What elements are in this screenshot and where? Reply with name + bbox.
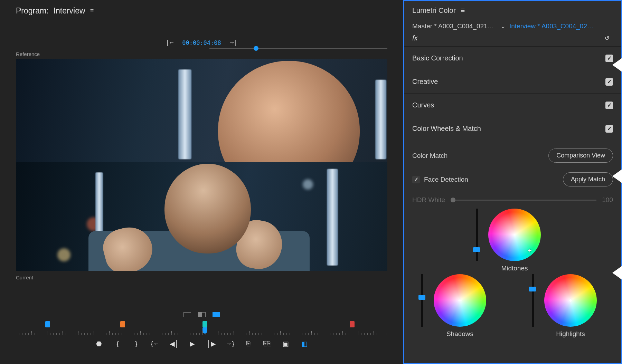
step-back-icon[interactable]: ◀│ xyxy=(170,340,178,348)
lumetri-color-panel: Lumetri Color ≡ Master * A003_C004_0213N… xyxy=(403,0,622,364)
marker-orange[interactable] xyxy=(120,321,125,327)
step-forward-icon[interactable]: │▶ xyxy=(207,340,215,348)
mini-scrub-playhead[interactable] xyxy=(254,46,258,51)
go-to-out-point-icon[interactable]: →} xyxy=(226,340,234,348)
extract-icon[interactable]: ⎘⎘ xyxy=(263,340,271,348)
compare-stacked-icon[interactable] xyxy=(212,312,221,318)
section-curves[interactable]: Curves ✓ xyxy=(404,94,621,117)
shadows-wheel[interactable]: + Shadows xyxy=(434,274,486,338)
program-title: Interview xyxy=(54,6,85,16)
current-label: Current xyxy=(16,275,403,280)
hdr-white-value: 100 xyxy=(602,196,613,204)
section-color-wheels-label: Color Wheels & Match xyxy=(412,125,481,133)
midtones-luma-knob[interactable] xyxy=(473,247,480,252)
reference-frame xyxy=(16,59,387,162)
hdr-white-slider xyxy=(451,200,596,201)
comparison-view-toggle-icon[interactable]: ◧ xyxy=(300,340,309,348)
midtones-label: Midtones xyxy=(488,265,541,272)
midtones-wheel[interactable]: + Midtones xyxy=(488,209,541,272)
mark-out-icon[interactable]: } xyxy=(132,340,141,348)
current-frame xyxy=(16,162,387,271)
midtones-luma-track[interactable] xyxy=(476,209,478,261)
play-icon[interactable]: ▶ xyxy=(188,340,197,348)
highlights-color-disc[interactable]: + xyxy=(544,274,597,327)
hdr-white-label: HDR White xyxy=(412,196,445,204)
comparison-view-button[interactable]: Comparison View xyxy=(548,149,613,163)
shadows-luma-track[interactable] xyxy=(421,274,423,327)
section-basic-correction[interactable]: Basic Correction ✓ xyxy=(404,47,621,70)
highlights-luma-knob[interactable] xyxy=(529,287,536,291)
lumetri-panel-menu-icon[interactable]: ≡ xyxy=(461,6,465,15)
highlights-label: Highlights xyxy=(544,330,597,338)
reset-effect-icon[interactable]: ↺ xyxy=(605,35,613,42)
timeline-ruler[interactable] xyxy=(16,321,387,335)
shadows-target-icon[interactable]: + xyxy=(458,297,462,305)
midtones-target-icon[interactable]: + xyxy=(528,247,532,255)
clip-dropdown-icon[interactable]: ⌄ xyxy=(500,22,506,30)
shadows-luma-knob[interactable] xyxy=(418,295,425,300)
section-basic-correction-label: Basic Correction xyxy=(412,54,463,62)
transport-controls: ⬣ { } {← ◀│ ▶ │▶ →} ⎘ ⎘⎘ ▣ ◧ xyxy=(0,340,403,348)
program-panel-menu-icon[interactable]: ≡ xyxy=(90,7,94,15)
highlights-luma-track[interactable] xyxy=(532,274,534,327)
mark-in-icon[interactable]: { xyxy=(114,340,122,348)
section-color-wheels-checkbox[interactable]: ✓ xyxy=(605,125,613,133)
apply-match-button[interactable]: Apply Match xyxy=(563,172,613,186)
lift-icon[interactable]: ⎘ xyxy=(244,340,253,348)
marker-teal[interactable] xyxy=(202,321,207,327)
shadows-color-disc[interactable]: + xyxy=(434,274,486,327)
program-title-prefix: Program: xyxy=(16,6,49,16)
section-creative-label: Creative xyxy=(412,78,438,86)
program-monitor-panel: Program: Interview ≡ |← 00:00:04:08 →| R… xyxy=(0,0,403,364)
go-to-out-icon[interactable]: →| xyxy=(229,39,237,46)
timecode[interactable]: 00:00:04:08 xyxy=(182,39,221,46)
shadows-label: Shadows xyxy=(434,330,486,338)
midtones-color-disc[interactable]: + xyxy=(488,209,541,261)
section-basic-correction-checkbox[interactable]: ✓ xyxy=(605,55,613,62)
highlights-wheel[interactable]: + Highlights xyxy=(544,274,597,338)
go-to-in-icon[interactable]: |← xyxy=(167,39,175,46)
go-to-in-point-icon[interactable]: {← xyxy=(151,340,159,348)
marker-red[interactable] xyxy=(350,321,355,327)
comparison-viewer xyxy=(16,59,387,271)
master-clip-name[interactable]: Master * A003_C004_0213N1… xyxy=(412,22,497,30)
ruler-ticks xyxy=(16,330,387,335)
face-detection-label: Face Detection xyxy=(424,176,468,183)
mini-scrub-track[interactable] xyxy=(209,48,387,49)
add-marker-icon[interactable]: ⬣ xyxy=(95,340,103,348)
fx-badge[interactable]: fx xyxy=(412,34,418,42)
color-match-heading: Color Match xyxy=(412,152,447,160)
lumetri-panel-title: Lumetri Color xyxy=(412,6,456,15)
section-creative[interactable]: Creative ✓ xyxy=(404,70,621,94)
section-curves-checkbox[interactable]: ✓ xyxy=(605,102,613,109)
highlights-target-icon[interactable]: + xyxy=(568,297,573,305)
export-frame-icon[interactable]: ▣ xyxy=(282,340,290,348)
marker-in[interactable] xyxy=(45,321,50,327)
instance-clip-name[interactable]: Interview * A003_C004_02… xyxy=(509,22,594,30)
face-detection-checkbox[interactable]: ✓ xyxy=(412,176,420,183)
section-creative-checkbox[interactable]: ✓ xyxy=(605,78,613,86)
reference-label: Reference xyxy=(16,51,403,57)
compare-side-by-side-icon[interactable] xyxy=(183,312,192,318)
section-curves-label: Curves xyxy=(412,101,434,109)
section-color-wheels[interactable]: Color Wheels & Match ✓ xyxy=(404,117,621,140)
compare-split-icon[interactable] xyxy=(197,312,206,318)
